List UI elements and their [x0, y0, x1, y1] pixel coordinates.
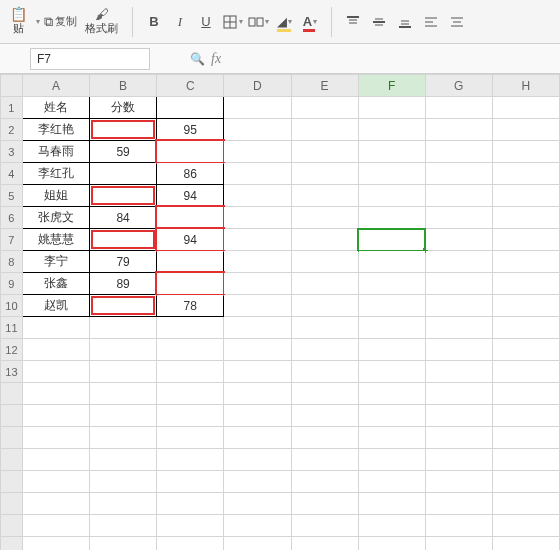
cell-D13[interactable]: [224, 361, 291, 383]
cell-F20[interactable]: [358, 515, 425, 537]
cell-F4[interactable]: [358, 163, 425, 185]
cell-G10[interactable]: [425, 295, 492, 317]
format-painter-button[interactable]: 🖌 格式刷: [81, 5, 122, 38]
cell-H21[interactable]: [492, 537, 559, 551]
cell-D17[interactable]: [224, 449, 291, 471]
row-header-21[interactable]: [1, 537, 23, 551]
cell-H19[interactable]: [492, 493, 559, 515]
row-header-5[interactable]: 5: [1, 185, 23, 207]
cell-C10[interactable]: 78: [157, 295, 224, 317]
column-header-H[interactable]: H: [492, 75, 559, 97]
cell-G9[interactable]: [425, 273, 492, 295]
cell-G7[interactable]: [425, 229, 492, 251]
font-color-button[interactable]: A ▾: [299, 11, 321, 33]
cell-D7[interactable]: [224, 229, 291, 251]
cell-E15[interactable]: [291, 405, 358, 427]
cell-G8[interactable]: [425, 251, 492, 273]
row-header-19[interactable]: [1, 493, 23, 515]
cell-E20[interactable]: [291, 515, 358, 537]
chevron-down-icon[interactable]: ▾: [36, 17, 40, 26]
cell-A16[interactable]: [22, 427, 89, 449]
cell-D8[interactable]: [224, 251, 291, 273]
cell-C21[interactable]: [157, 537, 224, 551]
cell-F18[interactable]: [358, 471, 425, 493]
cell-C19[interactable]: [157, 493, 224, 515]
select-all-corner[interactable]: [1, 75, 23, 97]
cell-H3[interactable]: [492, 141, 559, 163]
cell-A19[interactable]: [22, 493, 89, 515]
align-left-button[interactable]: [420, 11, 442, 33]
cell-H9[interactable]: [492, 273, 559, 295]
column-header-B[interactable]: B: [90, 75, 157, 97]
cell-E14[interactable]: [291, 383, 358, 405]
row-header-2[interactable]: 2: [1, 119, 23, 141]
cell-H11[interactable]: [492, 317, 559, 339]
cell-F7[interactable]: [358, 229, 425, 251]
cell-A13[interactable]: [22, 361, 89, 383]
row-header-11[interactable]: 11: [1, 317, 23, 339]
cell-B16[interactable]: [90, 427, 157, 449]
cell-G21[interactable]: [425, 537, 492, 551]
cell-B12[interactable]: [90, 339, 157, 361]
cell-A18[interactable]: [22, 471, 89, 493]
row-header-12[interactable]: 12: [1, 339, 23, 361]
cell-B11[interactable]: [90, 317, 157, 339]
align-center-button[interactable]: [446, 11, 468, 33]
cell-E4[interactable]: [291, 163, 358, 185]
spreadsheet-grid[interactable]: ABCDEFGH1姓名分数2李红艳953马春雨594李红孔865姐姐946张虎文…: [0, 74, 560, 550]
cell-F15[interactable]: [358, 405, 425, 427]
cell-A11[interactable]: [22, 317, 89, 339]
row-header-13[interactable]: 13: [1, 361, 23, 383]
row-header-18[interactable]: [1, 471, 23, 493]
cell-A10[interactable]: 赵凯: [22, 295, 89, 317]
cell-G13[interactable]: [425, 361, 492, 383]
cell-H17[interactable]: [492, 449, 559, 471]
cell-E19[interactable]: [291, 493, 358, 515]
cell-F1[interactable]: [358, 97, 425, 119]
cell-B18[interactable]: [90, 471, 157, 493]
cell-E10[interactable]: [291, 295, 358, 317]
cell-F19[interactable]: [358, 493, 425, 515]
merge-cells-button[interactable]: ▾: [247, 11, 269, 33]
cell-F6[interactable]: [358, 207, 425, 229]
row-header-4[interactable]: 4: [1, 163, 23, 185]
cell-F11[interactable]: [358, 317, 425, 339]
cell-C12[interactable]: [157, 339, 224, 361]
cell-F8[interactable]: [358, 251, 425, 273]
cell-G17[interactable]: [425, 449, 492, 471]
align-middle-button[interactable]: [368, 11, 390, 33]
cell-H10[interactable]: [492, 295, 559, 317]
cell-H5[interactable]: [492, 185, 559, 207]
cell-C7[interactable]: 94: [157, 229, 224, 251]
underline-button[interactable]: U: [195, 11, 217, 33]
cell-B14[interactable]: [90, 383, 157, 405]
cell-F12[interactable]: [358, 339, 425, 361]
cell-B17[interactable]: [90, 449, 157, 471]
cell-E11[interactable]: [291, 317, 358, 339]
cell-B9[interactable]: 89: [90, 273, 157, 295]
cell-D21[interactable]: [224, 537, 291, 551]
row-header-20[interactable]: [1, 515, 23, 537]
cell-D2[interactable]: [224, 119, 291, 141]
cell-F2[interactable]: [358, 119, 425, 141]
cell-H2[interactable]: [492, 119, 559, 141]
cell-A7[interactable]: 姚慧慧: [22, 229, 89, 251]
cell-B10[interactable]: [90, 295, 157, 317]
column-header-A[interactable]: A: [22, 75, 89, 97]
cell-B8[interactable]: 79: [90, 251, 157, 273]
column-header-C[interactable]: C: [157, 75, 224, 97]
row-header-3[interactable]: 3: [1, 141, 23, 163]
cell-H16[interactable]: [492, 427, 559, 449]
cell-D18[interactable]: [224, 471, 291, 493]
cell-A14[interactable]: [22, 383, 89, 405]
cell-B19[interactable]: [90, 493, 157, 515]
cell-A4[interactable]: 李红孔: [22, 163, 89, 185]
cell-D3[interactable]: [224, 141, 291, 163]
cell-B15[interactable]: [90, 405, 157, 427]
cell-G14[interactable]: [425, 383, 492, 405]
cell-G18[interactable]: [425, 471, 492, 493]
cell-C15[interactable]: [157, 405, 224, 427]
cell-B7[interactable]: [90, 229, 157, 251]
cell-B1[interactable]: 分数: [90, 97, 157, 119]
cell-A5[interactable]: 姐姐: [22, 185, 89, 207]
